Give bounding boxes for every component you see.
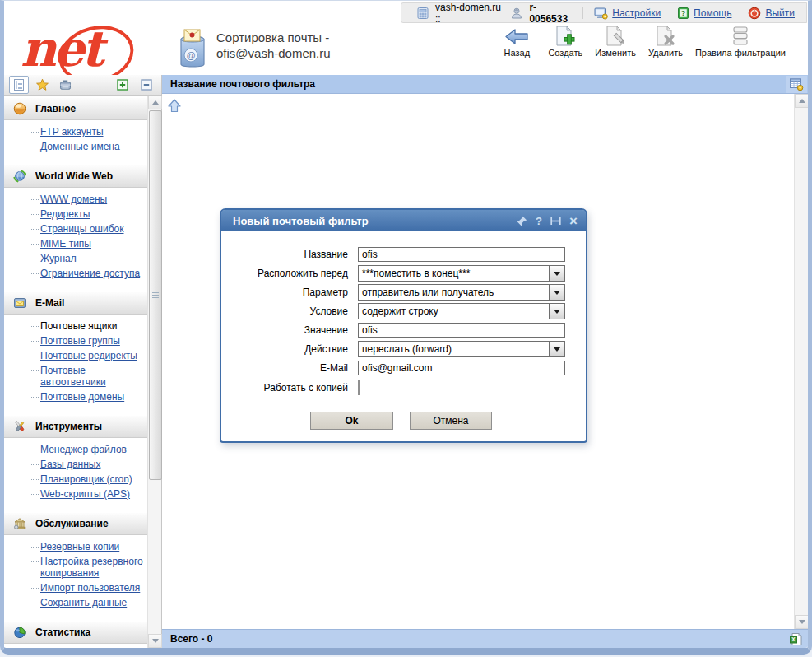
settings-link[interactable]: Настройки — [594, 7, 661, 20]
chevron-down-icon — [549, 285, 564, 300]
sidebar-item-mime-types[interactable]: MIME типы — [40, 236, 146, 251]
sidebar-item-backups[interactable]: Резервные копии — [40, 539, 146, 554]
new-mail-filter-dialog: Новый почтовый фильтр ? × Название — [220, 208, 587, 443]
copy-checkbox-label: Работать с копией — [228, 382, 348, 394]
filter-rules-icon — [729, 26, 752, 47]
action-field-label: Действие — [228, 343, 348, 355]
scroll-down-button[interactable] — [148, 634, 162, 648]
dialog-titlebar: Новый почтовый фильтр ? × — [221, 210, 586, 231]
delete-page-icon — [653, 26, 678, 47]
help-icon: ? — [677, 7, 689, 20]
sidebar-item-access-restriction[interactable]: Ограничение доступа — [40, 266, 146, 281]
create-page-icon — [553, 26, 578, 47]
name-input[interactable] — [358, 247, 565, 262]
value-field-label: Значение — [228, 324, 348, 336]
briefcase-tab[interactable] — [55, 76, 75, 94]
name-field-label: Название — [228, 249, 348, 260]
back-arrow-icon — [503, 27, 530, 47]
dialog-help-button[interactable]: ? — [536, 215, 542, 227]
mailbox-icon: @ — [174, 28, 211, 69]
pie-chart-icon — [13, 626, 26, 639]
scroll-down-button[interactable] — [795, 615, 809, 629]
parameter-field-label: Параметр — [228, 287, 348, 298]
content-scrollbar[interactable] — [794, 94, 808, 629]
sidebar-item-backup-settings[interactable]: Настройка резервного копирования — [40, 554, 146, 580]
email-input[interactable] — [358, 361, 565, 375]
svg-text:?: ? — [681, 9, 686, 17]
sidebar-item-domain-names[interactable]: Доменные имена — [40, 139, 146, 154]
action-select[interactable]: переслать (forward) — [358, 341, 565, 357]
position-select[interactable]: ***поместить в конец*** — [358, 265, 565, 282]
settings-monitor-icon — [594, 7, 608, 20]
cancel-button[interactable]: Отмена — [410, 412, 492, 430]
sphere-icon — [13, 102, 26, 115]
parameter-select[interactable]: отправитель или получатель — [358, 284, 565, 301]
favorites-star-tab[interactable] — [32, 76, 52, 94]
excel-export-icon: X — [789, 632, 803, 646]
chevron-down-icon — [549, 342, 564, 356]
sidebar-item-mail-groups[interactable]: Почтовые группы — [40, 333, 146, 348]
sidebar-item-mail-autoresponders[interactable]: Почтовые автоответчики — [40, 363, 146, 389]
sidebar-item-save-data[interactable]: Сохранить данные — [40, 595, 146, 610]
sidebar-item-error-pages[interactable]: Страницы ошибок — [40, 221, 146, 236]
sidebar-section-email: E-Mail — [4, 292, 147, 315]
app-window: vash-domen.ru :: r-0056533 Настройки ? П… — [0, 0, 812, 655]
value-input[interactable] — [358, 323, 565, 338]
back-button[interactable]: Назад — [498, 27, 536, 58]
sidebar-item-web-scripts[interactable]: Web-скрипты (APS) — [40, 487, 146, 501]
page-header: net @ Сортировка почты - ofis@vash-domen… — [4, 23, 808, 75]
help-link[interactable]: ? Помощь — [677, 7, 731, 20]
action-toolbar: Назад Создать Изменить Удалить — [498, 26, 786, 58]
sidebar-item-mail-domains[interactable]: Почтовые домены — [40, 389, 146, 404]
sidebar: Главное FTP аккаунты Доменные имена Worl… — [4, 75, 162, 648]
page-title: Сортировка почты - ofis@vash-domen.ru — [216, 30, 331, 61]
table-settings-button[interactable] — [786, 76, 807, 93]
sidebar-section-main: Главное — [4, 98, 147, 120]
sidebar-item-file-manager[interactable]: Менеджер файлов — [40, 442, 146, 457]
list-header-title: Название почтового фильтра — [170, 78, 315, 90]
sidebar-scrollbar[interactable] — [147, 96, 161, 648]
condition-field-label: Условие — [228, 305, 348, 317]
scroll-up-button[interactable] — [148, 96, 162, 110]
sidebar-section-tools: Инструменты — [4, 416, 147, 438]
delete-button[interactable]: Удалить — [647, 26, 684, 58]
ok-button[interactable]: Ok — [310, 412, 393, 430]
sidebar-item-log[interactable]: Журнал — [40, 251, 146, 266]
logout-link[interactable]: Выйти — [748, 7, 795, 20]
sidebar-item-cron[interactable]: Планировщик (cron) — [40, 472, 146, 487]
collapse-all-button[interactable] — [137, 76, 156, 94]
chevron-down-icon — [549, 304, 564, 319]
scrollbar-thumb[interactable] — [149, 110, 162, 480]
edit-button[interactable]: Изменить — [595, 26, 636, 58]
sidebar-toolbar — [4, 75, 161, 96]
sidebar-item-mail-redirects[interactable]: Почтовые редиректы — [40, 348, 146, 363]
sidebar-nav: Главное FTP аккаунты Доменные имена Worl… — [4, 96, 147, 648]
sidebar-section-service: Обслуживание — [4, 513, 147, 535]
expand-all-button[interactable] — [113, 76, 132, 94]
condition-select[interactable]: содержит строку — [358, 303, 565, 319]
export-excel-button[interactable]: X — [789, 632, 803, 646]
sidebar-section-www: World Wide Web — [4, 165, 147, 188]
logo-text: net — [21, 20, 101, 77]
work-with-copy-checkbox[interactable] — [358, 380, 360, 395]
svg-text:X: X — [791, 636, 796, 642]
topbar-divider — [582, 7, 583, 19]
sidebar-item-databases[interactable]: Базы данных — [40, 457, 146, 472]
filter-rules-button[interactable]: Правила фильтрации — [695, 26, 786, 58]
scroll-up-button[interactable] — [795, 94, 809, 108]
email-icon — [13, 296, 26, 310]
menu-list-tab[interactable] — [9, 76, 29, 94]
total-count-label: Всего - 0 — [170, 633, 213, 645]
up-level-icon[interactable] — [167, 98, 182, 113]
dialog-close-button[interactable]: × — [569, 216, 578, 226]
rollup-button[interactable] — [550, 217, 561, 226]
sidebar-item-ftp-accounts[interactable]: FTP аккаунты — [40, 124, 146, 139]
pin-button[interactable] — [516, 216, 527, 226]
sidebar-item-redirects[interactable]: Редиректы — [40, 207, 146, 221]
rollup-icon — [550, 217, 561, 226]
sidebar-item-www-domains[interactable]: WWW домены — [40, 192, 146, 207]
sidebar-item-user-import[interactable]: Импорт пользователя — [40, 580, 146, 595]
building-icon — [13, 517, 26, 530]
list-header-bar: Название почтового фильтра — [162, 75, 808, 94]
create-button[interactable]: Создать — [546, 26, 584, 58]
